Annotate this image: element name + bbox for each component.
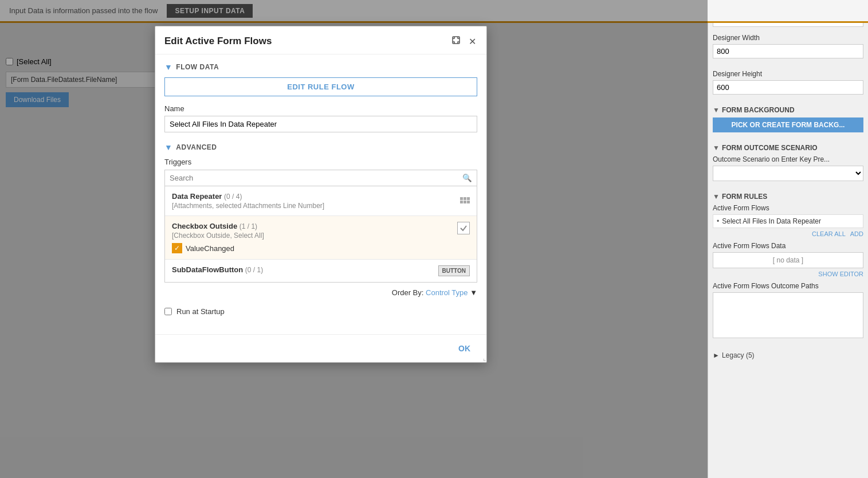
flow-data-arrow: ▼ (164, 62, 172, 72)
modal-close-button[interactable]: ✕ (468, 35, 477, 48)
ok-button[interactable]: OK (451, 342, 477, 355)
legacy-label: Legacy (5) (722, 351, 755, 359)
form-rules-title: FORM RULES (722, 193, 767, 201)
active-form-flows-outcome-label: Active Form Flows Outcome Paths (713, 282, 863, 290)
active-form-flows-data-label: Active Form Flows Data (713, 242, 863, 250)
triggers-search-input[interactable] (165, 170, 458, 186)
form-rules-arrow: ▼ (713, 193, 720, 201)
designer-width-input[interactable] (713, 44, 863, 58)
advanced-header: ▼ ADVANCED (164, 143, 477, 152)
data-repeater-name: Data Repeater (172, 192, 224, 201)
trigger-item-subdataflow-header: SubDataFlowButton (0 / 1) BUTTON (172, 265, 470, 276)
modal-footer: OK (155, 334, 486, 362)
trigger-item-subdataflow[interactable]: SubDataFlowButton (0 / 1) BUTTON (165, 260, 477, 282)
edit-rule-flow-button[interactable]: EDIT RULE FLOW (164, 77, 477, 96)
data-repeater-count: (0 / 4) (224, 193, 242, 201)
form-background-header: ▼ FORM BACKGROUND (713, 106, 863, 114)
form-outcome-title: FORM OUTCOME SCENARIO (722, 144, 818, 152)
active-form-flows-item: Select All Files In Data Repeater (713, 214, 863, 228)
form-background-arrow: ▼ (713, 106, 720, 114)
designer-width-section: Designer Width (713, 34, 863, 63)
order-by-chevron[interactable]: ▼ (470, 288, 477, 297)
trigger-item-checkbox-outside[interactable]: Checkbox Outside (1 / 1) [Checkbox Outsi… (165, 216, 477, 260)
outcome-label: Outcome Scenario on Enter Key Pre... (713, 155, 863, 163)
data-repeater-sub: [Attachments, selected Attachments Line … (172, 202, 324, 210)
svg-rect-0 (453, 37, 459, 44)
run-at-startup-label: Run at Startup (176, 307, 225, 316)
order-by-label: Order By: (392, 288, 424, 297)
value-changed-label: ValueChanged (186, 244, 234, 253)
flow-data-section: ▼ FLOW DATA EDIT RULE FLOW Name (164, 62, 477, 132)
value-changed-row: ✓ ValueChanged (172, 243, 470, 253)
order-by-row: Order By: Control Type ▼ (164, 283, 477, 299)
designer-height-section: Designer Height (713, 70, 863, 99)
data-repeater-grid-icon (460, 192, 470, 203)
form-outcome-arrow: ▼ (713, 144, 720, 152)
modal-body: ▼ FLOW DATA EDIT RULE FLOW Name ▼ ADVANC… (155, 54, 486, 334)
modal-resize-handle[interactable]: ⌞ (478, 354, 486, 362)
form-background-title: FORM BACKGROUND (722, 106, 795, 114)
subdataflow-count: (0 / 1) (245, 266, 263, 274)
modal-expand-button[interactable] (450, 34, 462, 48)
advanced-section: ▼ ADVANCED Triggers 🔍 Data Repeater (0 /… (164, 143, 477, 316)
order-by-value[interactable]: Control Type (426, 288, 468, 297)
triggers-list: Data Repeater (0 / 4) [Attachments, sele… (164, 186, 477, 283)
form-outcome-section: ▼ FORM OUTCOME SCENARIO Outcome Scenario… (713, 144, 863, 186)
checkbox-outside-name: Checkbox Outside (172, 222, 239, 230)
outcome-paths-textarea[interactable] (713, 292, 863, 338)
form-rules-section: ▼ FORM RULES Active Form Flows Select Al… (713, 193, 863, 344)
checkbox-outside-count: (1 / 1) (239, 222, 257, 230)
triggers-search-box: 🔍 (164, 170, 477, 186)
trigger-item-checkbox-outside-header: Checkbox Outside (1 / 1) [Checkbox Outsi… (172, 222, 470, 240)
run-at-startup-row: Run at Startup (164, 299, 477, 316)
value-changed-checkbox[interactable]: ✓ (172, 243, 182, 253)
add-button[interactable]: ADD (850, 230, 863, 237)
checkbox-outside-check-icon[interactable] (457, 222, 470, 234)
triggers-search-icon-button[interactable]: 🔍 (458, 170, 477, 186)
advanced-title: ADVANCED (176, 143, 217, 151)
outcome-select[interactable] (713, 166, 863, 181)
right-sidebar: 🔍 Designer Width Designer Height ▼ FORM … (708, 0, 868, 478)
modal-dialog: Edit Active Form Flows ✕ ▼ FLOW DATA EDI… (155, 26, 487, 363)
clear-all-button[interactable]: CLEAR ALL (812, 230, 846, 237)
form-outcome-header: ▼ FORM OUTCOME SCENARIO (713, 144, 863, 152)
form-rules-actions: CLEAR ALL ADD (713, 230, 863, 237)
flow-data-title: FLOW DATA (176, 63, 219, 71)
checkbox-outside-sub: [Checkbox Outside, Select All] (172, 232, 264, 240)
run-at-startup-checkbox[interactable] (164, 308, 172, 315)
flow-data-header: ▼ FLOW DATA (164, 62, 477, 72)
modal-header: Edit Active Form Flows ✕ (155, 26, 486, 54)
trigger-item-data-repeater[interactable]: Data Repeater (0 / 4) [Attachments, sele… (165, 186, 477, 216)
advanced-arrow: ▼ (164, 143, 172, 152)
designer-width-label: Designer Width (713, 34, 863, 42)
trigger-item-data-repeater-header: Data Repeater (0 / 4) [Attachments, sele… (172, 192, 470, 210)
active-form-flows-label: Active Form Flows (713, 204, 863, 212)
modal-header-icons: ✕ (450, 34, 477, 48)
pick-create-form-background-button[interactable]: PICK OR CREATE FORM BACKG... (713, 117, 863, 132)
name-input[interactable] (164, 116, 477, 132)
legacy-row[interactable]: ► Legacy (5) (713, 351, 863, 359)
modal-title: Edit Active Form Flows (164, 36, 272, 47)
no-data-box: [ no data ] (713, 252, 863, 268)
subdataflow-button-icon: BUTTON (438, 265, 470, 276)
legacy-arrow: ► (713, 351, 720, 359)
designer-height-label: Designer Height (713, 70, 863, 78)
designer-height-input[interactable] (713, 80, 863, 95)
form-background-section: ▼ FORM BACKGROUND PICK OR CREATE FORM BA… (713, 106, 863, 137)
form-rules-header: ▼ FORM RULES (713, 193, 863, 201)
name-label: Name (164, 104, 477, 113)
show-editor-button[interactable]: SHOW EDITOR (713, 271, 863, 277)
triggers-label: Triggers (164, 158, 477, 166)
subdataflow-name: SubDataFlowButton (172, 265, 245, 274)
